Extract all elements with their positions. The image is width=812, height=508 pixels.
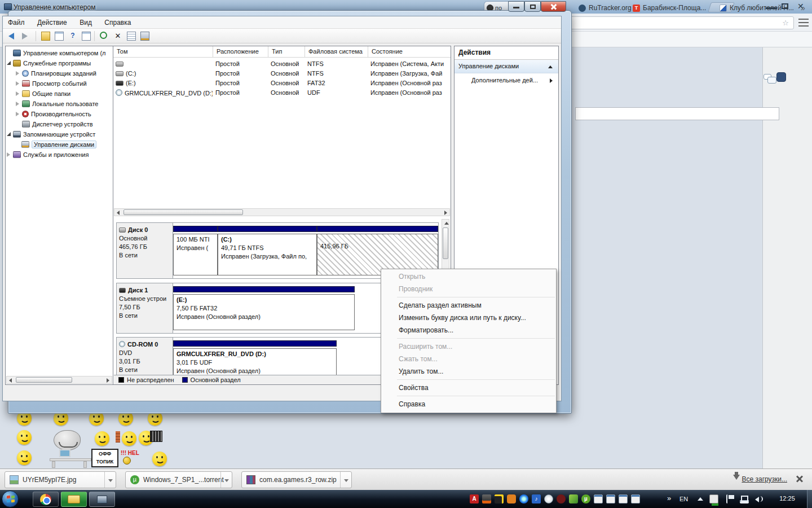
volume-row-e[interactable]: (E:) Простой Основной FAT32 Исправен (Ос…	[113, 79, 451, 89]
media1-icon[interactable]	[594, 494, 603, 503]
menu-file[interactable]: Файл	[3, 16, 30, 27]
earth-icon[interactable]	[519, 494, 528, 503]
partition-system-reserved[interactable]: 100 МБ NTIИсправен (	[173, 226, 218, 275]
tray-overflow-button[interactable]: »	[667, 494, 671, 502]
show-desktop-button[interactable]	[807, 490, 812, 508]
column-layout[interactable]: Расположение	[213, 46, 268, 58]
taskbar-chrome-button[interactable]	[33, 492, 59, 507]
media3-icon[interactable]	[619, 494, 628, 503]
console-window2-icon[interactable]	[82, 32, 91, 41]
music-icon[interactable]: ♪	[532, 494, 541, 503]
context-extend-volume[interactable]: Расширить том...	[381, 340, 556, 353]
tree-item-system-tools[interactable]: Служебные программы	[7, 58, 112, 68]
browser-minimize-button[interactable]	[766, 2, 777, 10]
download-dropdown-icon[interactable]	[220, 472, 232, 488]
utorrent-tray-icon[interactable]: µ	[581, 494, 590, 503]
context-shrink-volume[interactable]: Сжать том...	[381, 353, 556, 365]
lightning-icon[interactable]	[495, 494, 504, 503]
tree-horizontal-scrollbar[interactable]	[6, 376, 112, 384]
taskbar-explorer-button[interactable]	[61, 492, 87, 507]
back-icon[interactable]	[8, 33, 14, 40]
properties-icon[interactable]	[127, 32, 136, 41]
tree-item-services[interactable]: Службы и приложения	[7, 150, 112, 160]
tree-item-storage[interactable]: Запоминающие устройст	[7, 129, 112, 139]
download-item-zip[interactable]: com.ea.games.r3_row.zip	[241, 471, 352, 488]
media4-icon[interactable]	[631, 494, 640, 503]
actions-more-actions[interactable]: Дополнительные дей...	[454, 73, 558, 88]
collapsed-arrow-icon[interactable]	[16, 71, 19, 76]
trollface-emoticon[interactable]	[54, 430, 81, 450]
collapsed-arrow-icon[interactable]	[16, 102, 19, 106]
volume-icon[interactable]	[754, 494, 763, 503]
disk0-info[interactable]: Диск 0 Основной 465,76 ГБ В сети	[117, 223, 173, 278]
column-status[interactable]: Состояние	[368, 46, 451, 58]
volume-row-c[interactable]: (C:) Простой Основной NTFS Исправен (Заг…	[113, 69, 451, 79]
window-restore-button[interactable]	[524, 1, 541, 12]
tray-expand-icon[interactable]	[698, 497, 703, 501]
volume-row-d[interactable]: GRMCULXFRER_RU_DVD (D:) Простой Основной…	[113, 89, 451, 98]
tree-item-root[interactable]: Управление компьютером (л	[7, 48, 112, 58]
context-open[interactable]: Открыть	[381, 270, 556, 283]
context-properties[interactable]: Свойства	[381, 382, 556, 394]
smiley-emoticon[interactable]	[17, 450, 32, 465]
bookmark-rutracker[interactable]: RuTracker.org	[579, 2, 632, 14]
usb-safely-remove-icon[interactable]	[709, 494, 718, 503]
bag-icon[interactable]	[507, 494, 516, 503]
comments-bubble-icon[interactable]	[764, 74, 771, 80]
disk1-info[interactable]: Диск 1 Съемное устрои 7,50 ГБ В сети	[117, 283, 173, 333]
bookmark-star-icon[interactable]: ☆	[782, 19, 789, 27]
smiley-emoticon[interactable]	[95, 431, 109, 446]
partition-selected[interactable]: 415,96 ГБ	[317, 226, 438, 275]
help-icon[interactable]: ?	[68, 32, 77, 41]
small-smiley-emoticon[interactable]	[123, 457, 131, 465]
browser-close-button[interactable]: ✕	[797, 2, 804, 10]
column-volume[interactable]: Том	[113, 46, 213, 58]
tree-item-performance[interactable]: Производительность	[7, 109, 112, 119]
volume-row-system[interactable]: Простой Основной NTFS Исправен (Система,…	[113, 60, 451, 69]
cd-icon[interactable]	[544, 494, 553, 503]
tree-item-event-viewer[interactable]: Просмотр событий	[7, 78, 112, 89]
collapsed-arrow-icon[interactable]	[7, 152, 10, 157]
column-type[interactable]: Тип	[268, 46, 305, 58]
burn-icon[interactable]	[482, 494, 491, 503]
disk-icon[interactable]	[140, 32, 149, 41]
context-delete-volume[interactable]: Удалить том...	[381, 365, 556, 378]
scrollbar-thumb[interactable]	[16, 377, 72, 383]
taskbar-computer-management-button[interactable]	[89, 492, 115, 507]
context-mark-partition-active[interactable]: Сделать раздел активным	[381, 299, 556, 312]
offtopic-sign-emoticon[interactable]: ОФФТОПИК	[91, 449, 118, 467]
browser-maximize-button[interactable]	[782, 2, 788, 10]
tree-item-task-scheduler[interactable]: Планировщик заданий	[7, 68, 112, 78]
butterfly-icon[interactable]	[569, 494, 578, 503]
window-close-button[interactable]	[541, 1, 566, 12]
context-change-drive-letter[interactable]: Изменить букву диска или путь к диску...	[381, 312, 556, 324]
dvd-icon[interactable]	[557, 494, 566, 503]
action-center-flag-icon[interactable]	[726, 494, 735, 503]
network-icon[interactable]	[740, 494, 749, 503]
partition-c[interactable]: (C:)49,71 ГБ NTFSИсправен (Загрузка, Фай…	[218, 226, 317, 275]
tree-item-disk-management[interactable]: Управление дисками	[7, 139, 112, 150]
collapsed-arrow-icon[interactable]	[16, 81, 19, 86]
menu-action[interactable]: Действие	[32, 16, 72, 27]
partition-dvd[interactable]: GRMCULXFRER_RU_DVD (D:)3,01 ГБ UDFИсправ…	[173, 340, 337, 375]
smiley-emoticon[interactable]	[17, 430, 32, 445]
bookmark-barabinsk[interactable]: TБарабинск-Площа...	[633, 2, 706, 14]
taskbar-clock[interactable]: 12:25	[771, 495, 803, 502]
download-dropdown-icon[interactable]	[104, 472, 116, 488]
context-format[interactable]: Форматировать...	[381, 324, 556, 336]
partition-e[interactable]: (E:)7,50 ГБ FAT32Исправен (Основной разд…	[173, 286, 355, 330]
actions-group-disk-management[interactable]: Управление дисками	[454, 60, 558, 73]
collapsed-arrow-icon[interactable]	[16, 112, 19, 116]
download-item-torrent[interactable]: µ Windows_7_SP1_...torrent	[125, 471, 232, 488]
forward-icon[interactable]	[22, 33, 28, 40]
context-help[interactable]: Справка	[381, 398, 556, 410]
all-downloads-link[interactable]: Все загрузки...	[742, 475, 787, 483]
cdrom-info[interactable]: CD-ROM 0 DVD 3,01 ГБ В сети	[117, 338, 173, 375]
downloads-bar-close-icon[interactable]	[795, 474, 804, 483]
download-dropdown-icon[interactable]	[340, 472, 351, 488]
scrollbar-thumb[interactable]	[443, 227, 448, 259]
menu-view[interactable]: Вид	[74, 16, 97, 27]
media2-icon[interactable]	[606, 494, 615, 503]
page-text-input[interactable]	[575, 107, 779, 120]
browser-menu-icon[interactable]	[798, 19, 809, 27]
